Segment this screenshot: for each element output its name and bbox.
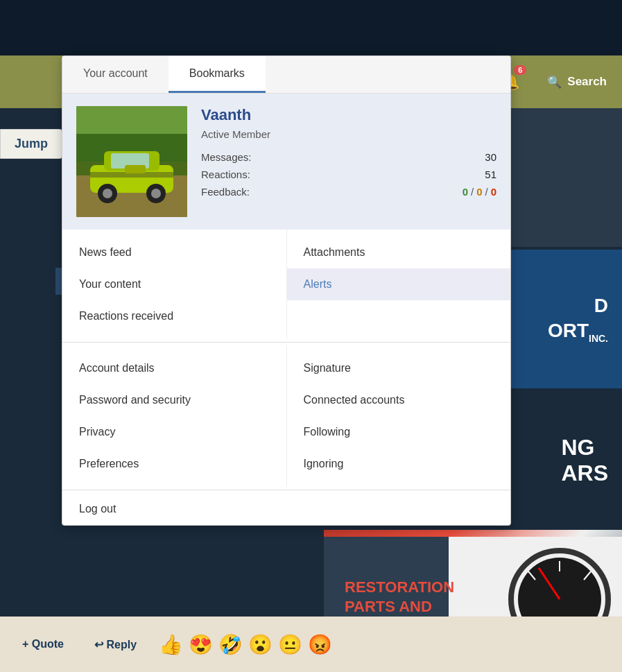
feedback-sep-1: / <box>471 186 474 198</box>
jump-button[interactable]: Jump <box>0 129 62 159</box>
menu-logout[interactable]: Log out <box>62 493 510 525</box>
messages-label: Messages: <box>201 151 252 163</box>
profile-stats: Messages: 30 Reactions: 51 Feedback: 0 /… <box>201 148 496 200</box>
emoji-neutral[interactable]: 😐 <box>278 633 302 656</box>
menu-col-1a: News feed Your content Reactions receive… <box>62 230 287 339</box>
menu-your-content[interactable]: Your content <box>62 268 286 300</box>
jump-label: Jump <box>15 137 48 150</box>
emoji-wow[interactable]: 😮 <box>248 633 273 656</box>
emoji-angry[interactable]: 😡 <box>308 633 332 656</box>
menu-account-details[interactable]: Account details <box>62 352 286 384</box>
feedback-negative: 0 <box>491 186 496 198</box>
stat-reactions: Reactions: 51 <box>201 166 496 183</box>
quote-button[interactable]: + Quote <box>14 632 72 656</box>
profile-section: Vaanth Active Member Messages: 30 Reacti… <box>62 94 510 230</box>
menu-reactions-received[interactable]: Reactions received <box>62 300 286 332</box>
block-blue-text: DORTINC. <box>548 293 622 345</box>
menu-alerts[interactable]: Alerts <box>287 268 511 300</box>
menu-group-1: News feed Your content Reactions receive… <box>62 230 510 339</box>
menu-group-2: Account details Password and security Pr… <box>62 345 510 487</box>
emoji-rofl[interactable]: 🤣 <box>218 633 243 656</box>
svg-rect-28 <box>125 165 146 173</box>
block-dark2-text: NGARS <box>561 435 622 486</box>
messages-value: 30 <box>485 151 496 163</box>
menu-privacy[interactable]: Privacy <box>62 416 286 448</box>
profile-info: Vaanth Active Member Messages: 30 Reacti… <box>201 106 496 200</box>
menu-following[interactable]: Following <box>287 416 511 448</box>
reply-label: ↩ Reply <box>94 638 137 651</box>
menu-col-2b: Signature Connected accounts Following I… <box>287 345 511 487</box>
menu-password-security[interactable]: Password and security <box>62 384 286 416</box>
tab-bookmarks[interactable]: Bookmarks <box>169 56 266 93</box>
feedback-sep-2: / <box>485 186 487 198</box>
menu-attachments[interactable]: Attachments <box>287 236 511 268</box>
notification-badge: 6 <box>514 65 526 75</box>
menu-news-feed[interactable]: News feed <box>62 236 286 268</box>
reply-button[interactable]: ↩ Reply <box>86 632 145 657</box>
emoji-heart-eyes[interactable]: 😍 <box>189 633 213 656</box>
stat-feedback: Feedback: 0 / 0 / 0 <box>201 183 496 200</box>
menu-ignoring[interactable]: Ignoring <box>287 448 511 480</box>
menu-col-2a: Attachments Alerts <box>287 230 511 339</box>
top-bar <box>0 0 622 55</box>
stat-messages: Messages: 30 <box>201 148 496 166</box>
profile-name: Vaanth <box>201 106 496 124</box>
search-label: Search <box>567 75 607 89</box>
menu-divider-2 <box>62 490 510 490</box>
search-button[interactable]: 🔍 Search <box>532 55 622 108</box>
tab-your-account[interactable]: Your account <box>62 56 169 93</box>
user-dropdown: Your account Bookmarks <box>62 55 511 526</box>
emoji-row: 👍 😍 🤣 😮 😐 😡 <box>159 633 332 656</box>
menu-connected-accounts[interactable]: Connected accounts <box>287 384 511 416</box>
feedback-values: 0 / 0 / 0 <box>463 186 496 198</box>
svg-text:RESTORATION: RESTORATION <box>345 578 454 596</box>
profile-role: Active Member <box>201 128 496 140</box>
feedback-positive: 0 <box>463 186 468 198</box>
bottom-bar: + Quote ↩ Reply 👍 😍 🤣 😮 😐 😡 <box>0 617 622 672</box>
menu-divider-1 <box>62 342 510 343</box>
dropdown-tabs: Your account Bookmarks <box>62 56 510 94</box>
search-icon: 🔍 <box>547 75 562 89</box>
svg-text:PARTS AND: PARTS AND <box>345 598 432 615</box>
svg-point-25 <box>103 189 112 198</box>
feedback-neutral: 0 <box>476 186 482 198</box>
quote-label: + Quote <box>22 638 64 651</box>
profile-avatar-image <box>76 106 187 217</box>
emoji-thumbsup[interactable]: 👍 <box>159 633 183 656</box>
svg-point-26 <box>151 189 161 198</box>
reactions-label: Reactions: <box>201 169 250 180</box>
menu-signature[interactable]: Signature <box>287 352 511 384</box>
profile-avatar <box>76 106 187 217</box>
menu-col-1b: Account details Password and security Pr… <box>62 345 287 487</box>
menu-preferences[interactable]: Preferences <box>62 448 286 480</box>
feedback-label: Feedback: <box>201 186 250 198</box>
reactions-value: 51 <box>485 169 496 180</box>
